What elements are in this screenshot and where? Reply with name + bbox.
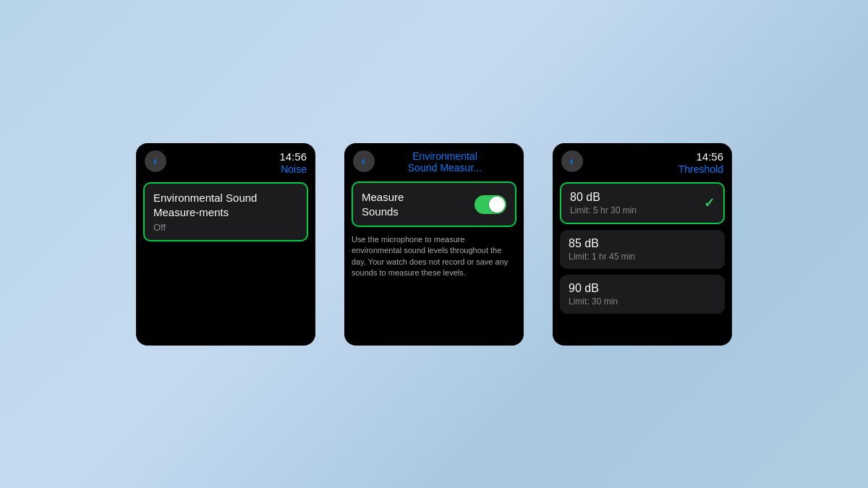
screen2-header-center: Environmental Sound Measur... xyxy=(375,150,515,175)
threshold-80db-label: 80 dB xyxy=(570,191,637,204)
screen1-header: ‹ 14:56 Noise xyxy=(136,143,315,180)
measure-sounds-description: Use the microphone to measure environmen… xyxy=(352,234,516,279)
back-button-2[interactable]: ‹ xyxy=(353,150,375,172)
toggle-label: Measure Sounds xyxy=(362,190,404,218)
screen1-title: Noise xyxy=(281,163,307,176)
threshold-item-90db[interactable]: 90 dB Limit: 30 min xyxy=(560,275,725,314)
screen2-body: Measure Sounds Use the microphone to mea… xyxy=(344,179,524,345)
screen1-body: Environmental Sound Measure-ments Off xyxy=(136,179,315,345)
screen2-header: ‹ Environmental Sound Measur... xyxy=(344,143,524,179)
threshold-85db-text: 85 dB Limit: 1 hr 45 min xyxy=(569,237,635,262)
screen1-time: 14:56 xyxy=(279,150,307,163)
threshold-85db-limit: Limit: 1 hr 45 min xyxy=(569,252,635,262)
screen3-body: 80 dB Limit: 5 hr 30 min ✓ 85 dB Limit: … xyxy=(553,179,732,345)
back-button-3[interactable]: ‹ xyxy=(561,150,583,172)
threshold-90db-limit: Limit: 30 min xyxy=(569,296,618,307)
screen2-title-line2: Sound Measur... xyxy=(408,162,482,174)
threshold-90db-text: 90 dB Limit: 30 min xyxy=(569,282,618,307)
checkmark-icon-80db: ✓ xyxy=(704,195,715,211)
screen3-header-right: 14:56 Threshold xyxy=(583,150,723,176)
toggle-switch[interactable] xyxy=(475,195,506,214)
watch-screen-3: ‹ 14:56 Threshold 80 dB Limit: 5 hr 30 m… xyxy=(553,143,732,346)
screen3-time: 14:56 xyxy=(696,150,723,163)
back-arrow-icon-1: ‹ xyxy=(153,155,157,167)
back-arrow-icon-2: ‹ xyxy=(362,155,365,167)
toggle-label-line2: Sounds xyxy=(362,205,404,219)
env-sound-title: Environmental Sound Measure-ments xyxy=(153,191,298,219)
env-sound-status: Off xyxy=(153,222,298,233)
env-sound-menu-item[interactable]: Environmental Sound Measure-ments Off xyxy=(143,182,308,241)
screen2-title-line1: Environmental xyxy=(412,150,477,163)
threshold-85db-label: 85 dB xyxy=(569,237,635,250)
back-arrow-icon-3: ‹ xyxy=(570,155,574,167)
toggle-knob xyxy=(489,197,505,213)
threshold-80db-limit: Limit: 5 hr 30 min xyxy=(570,205,637,215)
watch-screen-1: ‹ 14:56 Noise Environmental Sound Measur… xyxy=(136,143,315,346)
measure-sounds-toggle-row[interactable]: Measure Sounds xyxy=(352,181,516,227)
screen3-header: ‹ 14:56 Threshold xyxy=(553,143,732,180)
threshold-80db-text: 80 dB Limit: 5 hr 30 min xyxy=(570,191,637,215)
toggle-label-line1: Measure xyxy=(362,190,404,205)
threshold-item-85db[interactable]: 85 dB Limit: 1 hr 45 min xyxy=(560,230,725,269)
screen3-title: Threshold xyxy=(678,163,723,176)
screen1-header-right: 14:56 Noise xyxy=(166,150,307,176)
threshold-90db-label: 90 dB xyxy=(569,282,618,295)
back-button-1[interactable]: ‹ xyxy=(145,150,166,172)
threshold-item-80db[interactable]: 80 dB Limit: 5 hr 30 min ✓ xyxy=(560,182,725,224)
watch-screen-2: ‹ Environmental Sound Measur... Measure … xyxy=(344,143,524,346)
